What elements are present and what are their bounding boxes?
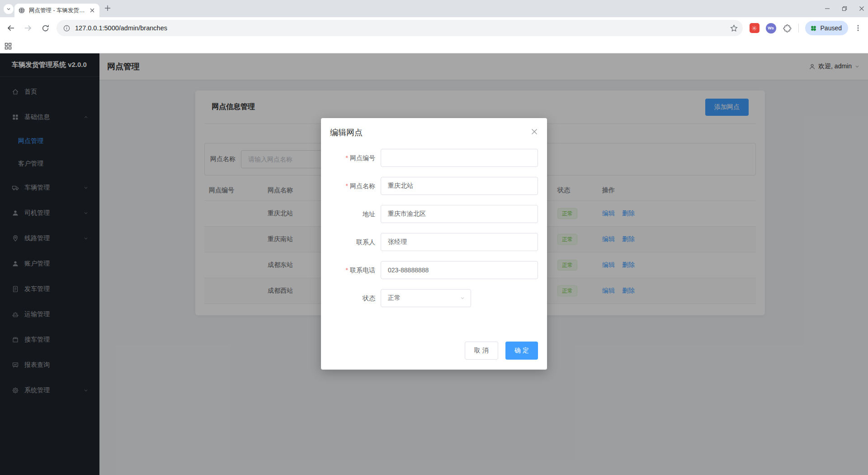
window-restore-button[interactable] (842, 6, 847, 11)
required-asterisk: * (346, 266, 348, 274)
tab-favicon-icon (18, 7, 25, 14)
bookmark-star-icon[interactable] (730, 24, 738, 33)
confirm-button[interactable]: 确 定 (505, 342, 538, 360)
field-label: 地址 (330, 205, 381, 223)
bookmarks-bar (0, 39, 868, 53)
form-item-联系人: 联系人 (330, 233, 538, 251)
chevron-down-icon (460, 295, 465, 301)
form-item-网点名称: *网点名称 (330, 177, 538, 195)
browser-tab[interactable]: 网点管理 - 车辆发货管理系统 (14, 4, 99, 17)
field-label: 状态 (330, 289, 381, 307)
form-item-网点编号: *网点编号 (330, 149, 538, 167)
new-tab-button[interactable] (104, 5, 111, 12)
field-label: *网点名称 (330, 177, 381, 195)
modal-close-icon[interactable] (531, 128, 538, 135)
window-close-button[interactable] (859, 6, 864, 11)
modal-form: *网点编号 *网点名称 地址 联系人 *联系电话 状态 正常 (321, 142, 547, 307)
cancel-button[interactable]: 取 消 (465, 342, 498, 360)
browser-tabstrip: 网点管理 - 车辆发货管理系统 (0, 0, 868, 17)
forward-button[interactable] (22, 22, 34, 34)
field-input-网点编号[interactable] (381, 149, 538, 167)
back-button[interactable] (5, 22, 17, 34)
extension-ws-icon[interactable]: Ws (766, 23, 776, 33)
tab-close-icon[interactable] (89, 7, 96, 14)
reload-button[interactable] (39, 22, 52, 34)
modal-footer: 取 消 确 定 (321, 342, 547, 370)
paused-chip[interactable]: Paused (805, 21, 848, 35)
tab-title: 网点管理 - 车辆发货管理系统 (29, 7, 85, 14)
field-input-联系电话[interactable] (381, 261, 538, 279)
site-info-icon[interactable] (63, 24, 71, 32)
form-item-地址: 地址 (330, 205, 538, 223)
apps-grid-icon[interactable] (5, 43, 12, 50)
url-text: 127.0.0.1:5000/admin/branches (75, 24, 730, 32)
modal-title: 编辑网点 (330, 128, 363, 137)
window-minimize-button[interactable] (825, 6, 830, 11)
tab-search-button[interactable] (4, 4, 14, 14)
clover-icon (810, 24, 817, 32)
browser-toolbar: 127.0.0.1:5000/admin/branches Ws Paused (0, 17, 868, 39)
form-item-联系电话: *联系电话 (330, 261, 538, 279)
field-label: *网点编号 (330, 149, 381, 167)
field-label: 联系人 (330, 233, 381, 251)
paused-label: Paused (821, 24, 842, 32)
extension-red-gear-icon[interactable] (750, 23, 760, 33)
form-item-状态: 状态 正常 (330, 289, 538, 307)
url-bar[interactable]: 127.0.0.1:5000/admin/branches (57, 20, 743, 36)
status-select[interactable]: 正常 (381, 289, 471, 307)
field-input-地址[interactable] (381, 205, 538, 223)
extensions-puzzle-icon[interactable] (783, 24, 792, 33)
required-asterisk: * (346, 182, 348, 190)
field-input-网点名称[interactable] (381, 177, 538, 195)
browser-menu-icon[interactable] (854, 24, 862, 32)
required-asterisk: * (346, 154, 348, 162)
edit-branch-modal: 编辑网点 *网点编号 *网点名称 地址 联系人 *联系电话 状态 正常 取 消 … (321, 118, 547, 370)
field-label: *联系电话 (330, 261, 381, 279)
field-input-联系人[interactable] (381, 233, 538, 251)
